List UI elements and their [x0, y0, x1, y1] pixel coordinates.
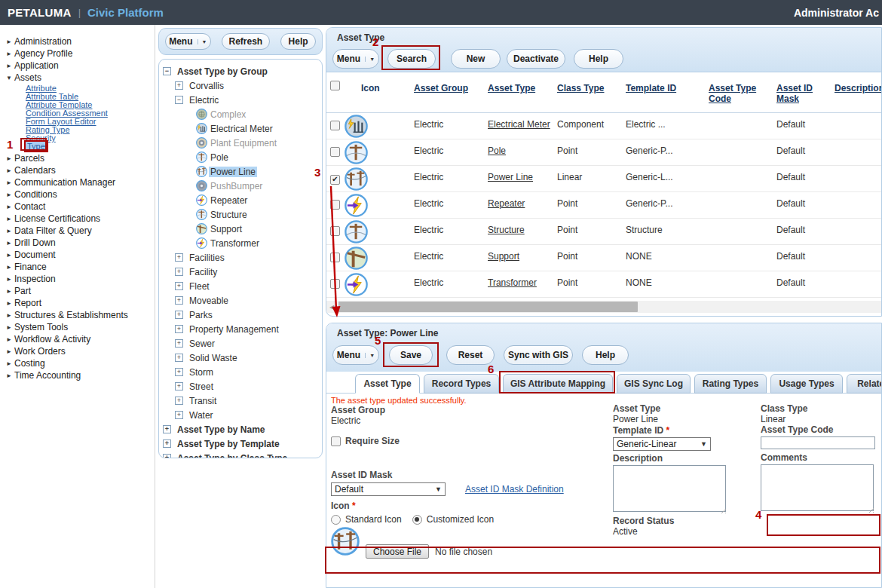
tab-gis-sync-log[interactable]: GIS Sync Log — [617, 374, 691, 394]
sidebar-item-assets[interactable]: ▼Assets — [6, 72, 155, 84]
sidebar-item-work-orders[interactable]: ►Work Orders — [6, 345, 155, 357]
tree-node-pole[interactable]: Pole — [161, 150, 320, 164]
tree-node-pushbumper[interactable]: PushBumper — [161, 179, 320, 193]
list-help-button[interactable]: Help — [574, 49, 623, 69]
column-header-asset-group[interactable]: Asset Group — [414, 72, 488, 93]
require-size-checkbox[interactable] — [331, 436, 341, 446]
list-menu-button[interactable]: Menu ▼ — [332, 49, 379, 69]
expand-plus-icon[interactable]: + — [175, 411, 183, 419]
expand-plus-icon[interactable]: + — [163, 425, 171, 433]
column-header-class-type[interactable]: Class Type — [557, 72, 626, 93]
expand-plus-icon[interactable]: + — [163, 439, 171, 448]
tree-node-structure[interactable]: Structure — [161, 207, 320, 222]
tab-gis-attribute-mapping[interactable]: GIS Attribute Mapping — [503, 374, 613, 394]
asset-type-link[interactable]: Support — [488, 251, 519, 262]
tree-node-support[interactable]: Support — [161, 222, 320, 236]
sidebar-item-administration[interactable]: ►Administration — [6, 35, 155, 47]
expand-plus-icon[interactable]: + — [175, 253, 183, 262]
row-checkbox[interactable] — [330, 226, 340, 236]
row-checkbox[interactable] — [330, 200, 340, 210]
expand-plus-icon[interactable]: + — [175, 81, 183, 90]
tree-node-transit[interactable]: +Transit — [161, 394, 320, 408]
asset-type-link[interactable]: Pole — [488, 145, 506, 156]
comments-textarea[interactable] — [761, 464, 874, 511]
expand-plus-icon[interactable]: + — [175, 368, 183, 376]
expand-plus-icon[interactable]: + — [175, 296, 183, 305]
column-header-template-id[interactable]: Template ID — [626, 72, 709, 93]
asset-type-link[interactable]: Transformer — [488, 277, 537, 288]
sidebar-item-document[interactable]: ►Document — [6, 249, 155, 261]
column-header-asset-type-code[interactable]: Asset Type Code — [709, 72, 776, 104]
row-checkbox[interactable] — [330, 147, 340, 157]
sidebar-item-drill-down[interactable]: ►Drill Down — [6, 237, 155, 249]
sidebar-item-data-filter-query[interactable]: ►Data Filter & Query — [6, 225, 155, 237]
sidebar-item-part[interactable]: ►Part — [6, 285, 155, 297]
cell-asset-type[interactable]: Pole — [488, 139, 557, 156]
sidebar-item-parcels[interactable]: ►Parcels — [6, 152, 155, 164]
tree-node-asset-type-by-name[interactable]: +Asset Type by Name — [161, 422, 320, 436]
horizontal-scrollbar[interactable]: ◀ — [326, 301, 882, 313]
asset-type-link[interactable]: Structure — [488, 225, 525, 235]
cell-asset-type[interactable]: Transformer — [488, 271, 557, 288]
cell-asset-type[interactable]: Repeater — [488, 192, 557, 209]
scrollbar-thumb[interactable] — [338, 302, 638, 312]
tree-node-street[interactable]: +Street — [161, 379, 320, 394]
row-checkbox[interactable] — [330, 121, 340, 130]
sidebar-item-structures-establishments[interactable]: ►Structures & Establishments — [6, 309, 155, 321]
tree-node-asset-type-by-class-type[interactable]: +Asset Type by Class Type — [161, 451, 320, 458]
tree-node-solid-waste[interactable]: +Solid Waste — [161, 351, 320, 365]
expand-plus-icon[interactable]: + — [175, 325, 183, 333]
sidebar-item-communication-manager[interactable]: ►Communication Manager — [6, 176, 155, 188]
cell-asset-type[interactable]: Support — [488, 245, 557, 262]
asset-id-mask-definition-link[interactable]: Asset ID Mask Definition — [465, 484, 564, 495]
column-header-description[interactable]: Description — [835, 72, 882, 93]
tree-node-parks[interactable]: +Parks — [161, 308, 320, 322]
collapse-minus-icon[interactable]: − — [163, 67, 171, 75]
tree-refresh-button[interactable]: Refresh — [222, 33, 271, 50]
row-checkbox[interactable] — [330, 253, 340, 262]
tree-node-electric[interactable]: −Electric — [161, 93, 320, 107]
asset-type-link[interactable]: Repeater — [488, 198, 525, 209]
expand-plus-icon[interactable]: + — [175, 311, 183, 319]
detail-menu-button[interactable]: Menu ▼ — [332, 345, 379, 365]
detail-help-button[interactable]: Help — [582, 345, 629, 365]
sidebar-item-costing[interactable]: ►Costing — [6, 357, 155, 369]
expand-plus-icon[interactable]: + — [175, 268, 183, 276]
sidebar-item-finance[interactable]: ►Finance — [6, 261, 155, 273]
tab-record-types[interactable]: Record Types — [424, 374, 499, 394]
asset-id-mask-select[interactable]: Default ▼ — [331, 482, 446, 496]
tree-node-power-line[interactable]: Power Line — [161, 164, 320, 179]
tree-node-facility[interactable]: +Facility — [161, 265, 320, 279]
row-checkbox[interactable] — [330, 279, 340, 289]
search-button[interactable]: Search — [387, 49, 436, 69]
tree-node-repeater[interactable]: Repeater — [161, 193, 320, 207]
tree-node-corvallis[interactable]: +Corvallis — [161, 78, 320, 93]
expand-plus-icon[interactable]: + — [175, 382, 183, 390]
tab-related-as[interactable]: Related As — [847, 374, 882, 394]
scroll-left-arrow-icon[interactable]: ◀ — [326, 304, 337, 311]
expand-plus-icon[interactable]: + — [175, 397, 183, 405]
tree-node-electrical-meter[interactable]: Electrical Meter — [161, 121, 320, 136]
deactivate-button[interactable]: Deactivate — [507, 49, 565, 69]
sidebar-item-calendars[interactable]: ►Calendars — [6, 164, 155, 176]
tree-node-facilities[interactable]: +Facilities — [161, 250, 320, 265]
sidebar-item-report[interactable]: ►Report — [6, 297, 155, 309]
sidebar-item-license-certifications[interactable]: ►License Certifications — [6, 213, 155, 225]
sidebar-item-inspection[interactable]: ►Inspection — [6, 273, 155, 285]
tree-menu-button[interactable]: Menu ▼ — [165, 33, 211, 50]
admin-account-label[interactable]: Administrator Ac — [794, 7, 879, 19]
expand-plus-icon[interactable]: + — [175, 339, 183, 348]
sidebar-item-agency-profile[interactable]: ►Agency Profile — [6, 47, 155, 60]
sidebar-item-contact[interactable]: ►Contact — [6, 201, 155, 213]
asset-type-code-input[interactable] — [761, 436, 875, 449]
standard-icon-radio[interactable] — [331, 515, 341, 525]
expand-plus-icon[interactable]: + — [175, 282, 183, 290]
tab-asset-type[interactable]: Asset Type — [355, 374, 420, 394]
cell-asset-type[interactable]: Power Line — [488, 166, 557, 182]
tree-node-asset-type-by-group[interactable]: −Asset Type by Group — [161, 64, 320, 78]
asset-type-link[interactable]: Power Line — [488, 172, 533, 182]
tree-node-asset-type-by-template[interactable]: +Asset Type by Template — [161, 436, 320, 451]
tree-node-sewer[interactable]: +Sewer — [161, 336, 320, 351]
tree-node-complex[interactable]: Complex — [161, 107, 320, 121]
select-all-checkbox[interactable] — [330, 81, 340, 90]
